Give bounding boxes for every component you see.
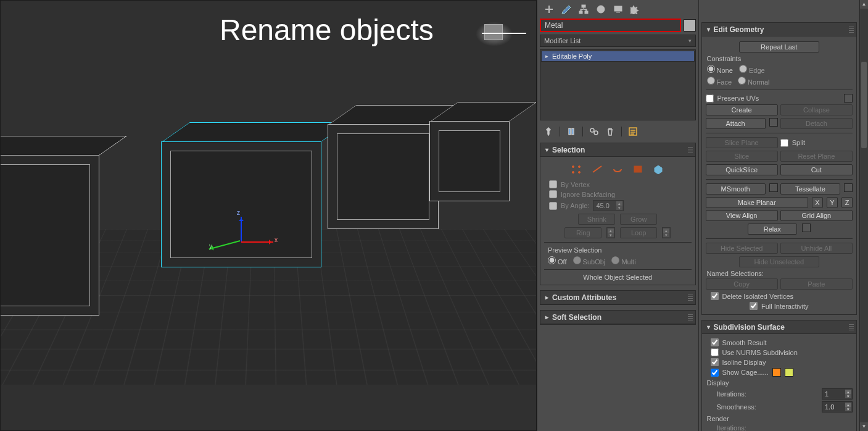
tab-motion-icon[interactable] xyxy=(595,4,606,15)
smoothness-spinner[interactable]: 1.0 xyxy=(822,401,853,412)
rollout-header-soft-selection[interactable]: Soft Selection xyxy=(540,311,695,324)
attach-settings-icon[interactable] xyxy=(769,118,778,127)
constraint-normal-radio[interactable] xyxy=(738,77,746,85)
planar-z-button[interactable]: Z xyxy=(841,197,853,208)
rollout-header-custom-attributes[interactable]: Custom Attributes xyxy=(540,291,695,304)
tab-modify-icon[interactable] xyxy=(561,4,572,15)
selection-status: Whole Object Selected xyxy=(544,274,692,281)
create-button[interactable]: Create xyxy=(706,104,778,115)
scroll-down-icon[interactable]: ▼ xyxy=(860,422,868,431)
show-cage-checkbox[interactable] xyxy=(711,369,719,377)
scene-box-selected[interactable] xyxy=(161,141,321,267)
full-interactivity-checkbox[interactable] xyxy=(750,302,758,310)
preserve-uvs-checkbox[interactable] xyxy=(706,94,714,103)
modifier-list-dropdown[interactable]: Modifier List xyxy=(540,35,696,47)
scroll-thumb[interactable] xyxy=(861,62,867,148)
preserve-uvs-settings-icon[interactable] xyxy=(844,94,853,103)
attach-button[interactable]: Attach xyxy=(706,118,766,129)
subobj-border-icon[interactable] xyxy=(610,163,625,175)
svg-rect-14 xyxy=(634,166,642,172)
view-align-button[interactable]: View Align xyxy=(706,210,778,221)
command-panel-tabs xyxy=(537,0,698,17)
rollout-grip[interactable] xyxy=(849,324,854,330)
tessellate-settings-icon[interactable] xyxy=(844,183,853,192)
preview-subobj-label: SubObj xyxy=(583,258,606,266)
subobj-element-icon[interactable] xyxy=(651,163,666,175)
rollout-header-subdivision[interactable]: Subdivision Surface xyxy=(702,320,857,334)
panel-scrollbar[interactable]: ▲ ▼ xyxy=(859,0,868,431)
planar-x-button[interactable]: X xyxy=(812,197,823,208)
constraint-none-label: None xyxy=(717,67,733,74)
modifier-stack[interactable]: Editable Poly xyxy=(540,49,696,120)
rollout-header-selection[interactable]: Selection xyxy=(540,143,695,157)
remove-modifier-icon[interactable] xyxy=(605,127,615,136)
hide-selected-button: Hide Selected xyxy=(706,243,778,254)
scene-box-3[interactable] xyxy=(328,124,439,229)
box-top xyxy=(0,136,127,156)
rollout-grip[interactable] xyxy=(688,147,693,153)
iterations-spinner[interactable]: 1 xyxy=(822,388,853,400)
constraint-face-radio[interactable] xyxy=(707,77,715,85)
msmooth-button[interactable]: MSmooth xyxy=(706,183,766,195)
scene-box-4[interactable] xyxy=(429,121,510,201)
planar-y-button[interactable]: Y xyxy=(827,197,838,208)
rollout-title: Soft Selection xyxy=(552,313,601,322)
cage-color-2[interactable] xyxy=(785,368,793,377)
object-name-input[interactable] xyxy=(540,19,681,32)
display-group-label: Display xyxy=(707,379,853,387)
subobj-vertex-icon[interactable] xyxy=(569,163,584,175)
separator xyxy=(560,127,560,136)
quickslice-button[interactable]: QuickSlice xyxy=(706,164,778,175)
preview-off-radio[interactable] xyxy=(548,256,556,264)
grid-align-button[interactable]: Grid Align xyxy=(780,210,853,221)
use-nurms-checkbox[interactable] xyxy=(711,348,719,356)
tab-utilities-icon[interactable] xyxy=(630,4,641,15)
cage-color-1[interactable] xyxy=(772,368,781,377)
relax-settings-icon[interactable] xyxy=(802,224,811,232)
stack-toolbar xyxy=(537,123,698,140)
tessellate-button[interactable]: Tessellate xyxy=(780,183,840,195)
object-color-swatch[interactable] xyxy=(684,19,696,31)
constraint-none-radio[interactable] xyxy=(707,65,715,73)
hide-unselected-button: Hide Unselected xyxy=(739,256,819,267)
delete-iso-checkbox[interactable] xyxy=(711,292,719,300)
isoline-display-checkbox[interactable] xyxy=(711,358,719,366)
pin-stack-icon[interactable] xyxy=(544,127,553,136)
ring-button: Ring xyxy=(564,227,601,238)
stack-item-editable-poly[interactable]: Editable Poly xyxy=(541,51,695,62)
rollout-grip[interactable] xyxy=(688,314,693,320)
rollout-grip[interactable] xyxy=(849,27,854,33)
full-interactivity-label: Full Interactivity xyxy=(761,303,808,310)
rollout-grip[interactable] xyxy=(688,295,693,301)
make-unique-icon[interactable] xyxy=(589,127,599,136)
by-angle-value: 45.0 xyxy=(596,202,609,209)
split-checkbox[interactable] xyxy=(780,139,788,147)
show-end-result-icon[interactable] xyxy=(566,127,576,136)
make-planar-button[interactable]: Make Planar xyxy=(706,197,809,208)
reset-plane-button: Reset Plane xyxy=(780,151,853,162)
msmooth-settings-icon[interactable] xyxy=(769,183,778,192)
by-angle-spinner: 45.0 xyxy=(593,200,624,211)
copy-selection-button: Copy xyxy=(706,278,778,290)
tab-create-icon[interactable] xyxy=(544,4,555,15)
svg-point-3 xyxy=(597,6,605,13)
subobj-polygon-icon[interactable] xyxy=(630,163,645,175)
slice-plane-button: Slice Plane xyxy=(706,137,778,148)
preview-multi-radio xyxy=(611,256,619,264)
viewport[interactable]: x y z Rename objects xyxy=(0,0,537,431)
cut-button[interactable]: Cut xyxy=(780,164,853,175)
repeat-last-button[interactable]: Repeat Last xyxy=(739,41,819,52)
tab-display-icon[interactable] xyxy=(613,4,624,15)
tab-hierarchy-icon[interactable] xyxy=(578,4,589,15)
ring-spinner xyxy=(606,227,615,238)
scroll-up-icon[interactable]: ▲ xyxy=(860,0,868,9)
relax-button[interactable]: Relax xyxy=(748,224,797,235)
constraint-edge-radio[interactable] xyxy=(739,65,747,73)
rollout-header-edit-geometry[interactable]: Edit Geometry xyxy=(702,23,857,36)
configure-modifier-sets-icon[interactable] xyxy=(628,127,638,136)
svg-rect-6 xyxy=(572,128,574,135)
subobj-edge-icon[interactable] xyxy=(590,163,605,175)
grow-button: Grow xyxy=(620,214,657,225)
smooth-result-checkbox[interactable] xyxy=(711,338,719,346)
scene-box-1[interactable] xyxy=(0,155,99,316)
